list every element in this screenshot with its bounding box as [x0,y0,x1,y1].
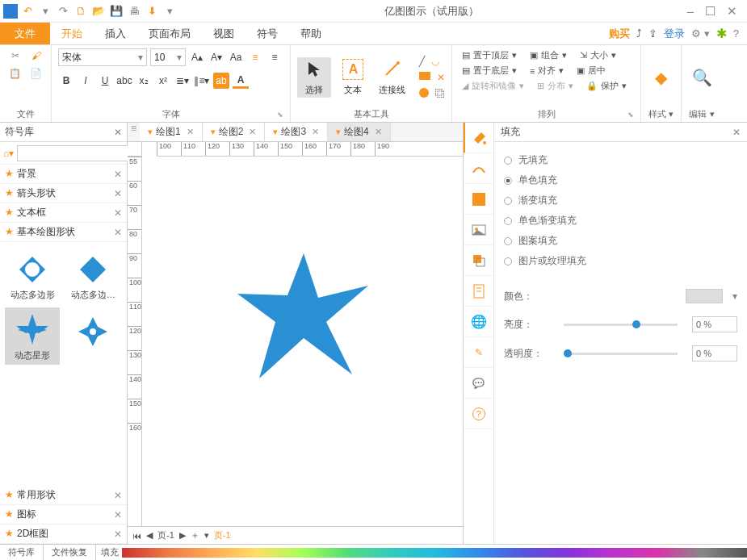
crop-shape-icon[interactable]: ⿻ [435,88,445,99]
prop-tab-comment[interactable]: 💬 [464,368,493,399]
cat-textbox[interactable]: ★文本框✕ [0,203,127,223]
rotate-button[interactable]: ◢ 旋转和镜像 ▾ [459,79,527,93]
share-icon[interactable]: ⤴ [636,27,642,40]
font-size-combo[interactable]: 10▾ [150,48,186,66]
page-nav-next[interactable]: ▶ [179,530,186,541]
login-link[interactable]: 登录 [664,27,685,41]
format-painter-icon[interactable]: 🖌 [29,48,44,63]
home-icon[interactable]: ⌂▾ [3,148,14,159]
ellipse-shape-icon[interactable] [419,88,429,98]
grow-font-icon[interactable]: A▴ [189,49,205,65]
protect-button[interactable]: 🔒 保护 ▾ [583,79,630,93]
menu-file[interactable]: 文件 [0,23,50,44]
rect-shape-icon[interactable] [419,72,430,80]
tab-drawing3[interactable]: ▾绘图3✕ [265,123,328,141]
align-button[interactable]: ≡ 对齐 ▾ [527,64,567,77]
color-swatch[interactable] [686,289,723,303]
fill-option-picture[interactable]: 图片或纹理填充 [504,251,737,271]
maximize-button[interactable]: ☐ [705,4,716,19]
font-color-button[interactable]: A [233,73,249,89]
edit-tool[interactable]: 🔍 [688,65,716,90]
paste-icon[interactable]: 📄 [29,66,44,81]
prop-tab-page[interactable] [464,276,493,307]
minimize-button[interactable]: – [687,4,694,19]
menu-help[interactable]: 帮助 [289,23,333,44]
fill-option-gradient[interactable]: 渐变填充 [504,190,737,211]
cat-common[interactable]: ★常用形状✕ [0,486,127,505]
x-shape-icon[interactable]: ✕ [437,72,445,83]
opacity-slider[interactable] [564,353,678,355]
qat-more[interactable]: ▾ [163,5,176,18]
tab-drawing1[interactable]: ▾绘图1✕ [140,123,203,141]
menu-symbol[interactable]: 符号 [246,23,289,44]
settings-icon[interactable]: ⚙ ▾ [691,27,710,40]
superscript-button[interactable]: x² [155,73,171,89]
change-case-icon[interactable]: Aa [228,49,244,65]
page-current[interactable]: 页-1 [157,529,174,541]
help-icon[interactable]: ? [733,27,739,40]
cut-icon[interactable]: ✂ [8,48,23,63]
page-active-label[interactable]: 页-1 [214,529,231,541]
prop-tab-line[interactable] [464,153,493,184]
open-icon[interactable]: 📂 [92,5,105,18]
fill-option-pattern[interactable]: 图案填充 [504,231,737,251]
export-icon[interactable]: ⬇ [145,5,158,18]
select-tool[interactable]: 选择 [297,57,331,98]
opacity-spinner[interactable]: 0 % [692,345,737,361]
save-icon[interactable]: 💾 [110,5,123,18]
menu-view[interactable]: 视图 [202,23,246,44]
fillpanel-close-icon[interactable]: ✕ [732,127,741,138]
connector-tool[interactable]: 连接线 [376,57,409,98]
copy-icon[interactable]: 📋 [8,66,23,81]
bullets-button[interactable]: ≣▾ [174,73,191,89]
shape-shuriken[interactable] [65,309,120,354]
shape-dynamic-polygon2[interactable]: 动态多边… [65,247,120,304]
brightness-slider[interactable] [564,324,678,326]
line-spacing-button[interactable]: ‖≡▾ [194,73,210,89]
arc-shape-icon[interactable]: ◡ [431,56,439,67]
paragraph-align2-icon[interactable]: ≡ [266,49,283,65]
fill-option-solidgradient[interactable]: 单色渐变填充 [504,211,737,231]
prop-tab-shadow[interactable] [464,184,493,215]
font-name-combo[interactable]: 宋体▾ [58,48,147,66]
menu-start[interactable]: 开始 [50,23,94,44]
cloud-icon[interactable]: ⇪ [648,27,657,40]
cat-background[interactable]: ★背景✕ [0,165,127,184]
page-nav-first[interactable]: ⏮ [132,531,141,541]
shape-dynamic-star[interactable]: 动态星形 [5,307,60,365]
paragraph-align-icon[interactable]: ≡ [247,49,263,65]
tab-drawing2[interactable]: ▾绘图2✕ [203,123,266,141]
undo-icon[interactable]: ↶ [21,5,34,18]
status-tab-recovery[interactable]: 文件恢复 [44,545,96,560]
strike-button[interactable]: abc [116,73,132,89]
send-back-button[interactable]: ▤ 置于底层 ▾ [459,64,520,77]
group-button[interactable]: ▣ 组合 ▾ [527,48,570,62]
print-icon[interactable]: 🖶 [128,5,141,18]
prop-tab-edit[interactable]: ✎ [464,337,493,368]
fill-option-solid[interactable]: 单色填充 [504,170,737,190]
star-shape[interactable] [231,245,376,391]
buy-link[interactable]: 购买 [609,27,630,41]
tab-drawing4[interactable]: ▾绘图4✕ [328,123,391,141]
page-dropdown[interactable]: ▾ [204,530,209,541]
fill-option-none[interactable]: 无填充 [504,150,737,170]
cat-basicshapes[interactable]: ★基本绘图形状✕ [0,223,127,242]
underline-button[interactable]: U [97,73,113,89]
cat-2dblock[interactable]: ★2D框图✕ [0,524,127,544]
shape-dynamic-polygon[interactable]: 动态多边形 [5,247,60,304]
close-button[interactable]: ✕ [727,4,737,19]
prop-tab-picture[interactable] [464,215,493,245]
shapelib-close-icon[interactable]: ✕ [114,127,122,138]
center-button[interactable]: ▣ 居中 [573,64,609,77]
prop-tab-help[interactable]: ? [464,399,493,429]
prop-tab-layer[interactable] [464,245,493,276]
subscript-button[interactable]: x₂ [136,73,152,89]
prop-tab-fill[interactable] [464,123,493,153]
italic-button[interactable]: I [78,73,94,89]
page-add[interactable]: ＋ [191,529,199,541]
drawing-canvas[interactable] [142,157,463,526]
shrink-font-icon[interactable]: A▾ [208,49,225,65]
size-button[interactable]: ⇲ 大小 ▾ [577,48,619,62]
bring-front-button[interactable]: ▤ 置于顶层 ▾ [459,48,520,62]
brightness-spinner[interactable]: 0 % [692,316,737,332]
